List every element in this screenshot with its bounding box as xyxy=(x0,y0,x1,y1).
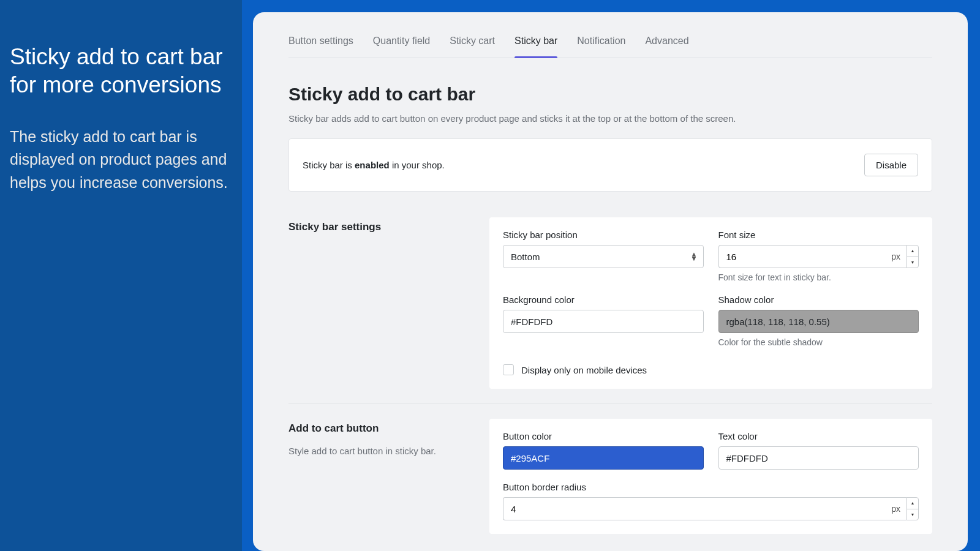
field-mobile-only: Display only on mobile devices xyxy=(503,364,919,375)
tab-notification[interactable]: Notification xyxy=(577,29,625,58)
mobile-only-label: Display only on mobile devices xyxy=(521,365,647,375)
field-position: Sticky bar position ▲▼ xyxy=(503,230,704,282)
stepper-up-icon[interactable]: ▲ xyxy=(907,246,918,257)
textcolor-label: Text color xyxy=(718,431,919,441)
shadow-help: Color for the subtle shadow xyxy=(718,337,919,347)
bg-color-input[interactable] xyxy=(503,310,704,333)
status-state: enabled xyxy=(355,160,390,170)
field-font-size: Font size px ▲ ▼ Font size for text in s… xyxy=(718,230,919,282)
disable-button[interactable]: Disable xyxy=(864,154,918,176)
stepper-down-icon[interactable]: ▼ xyxy=(907,257,918,268)
section-sticky-bar-settings: Sticky bar settings Sticky bar position … xyxy=(288,217,932,404)
mobile-only-checkbox[interactable] xyxy=(503,364,514,375)
section-left: Sticky bar settings xyxy=(288,217,470,389)
marketing-sidebar: Sticky add to cart bar for more conversi… xyxy=(0,0,242,551)
tab-button-settings[interactable]: Button settings xyxy=(288,29,353,58)
section-heading: Add to cart button xyxy=(288,422,470,435)
tab-quantity-field[interactable]: Quantity field xyxy=(373,29,430,58)
stepper-down-icon[interactable]: ▼ xyxy=(907,509,918,520)
text-color-input[interactable] xyxy=(718,446,919,470)
section-sub: Style add to cart button in sticky bar. xyxy=(288,446,470,456)
tab-advanced[interactable]: Advanced xyxy=(645,29,688,58)
section-add-to-cart-button: Add to cart button Style add to cart but… xyxy=(288,419,932,549)
field-background-color: Background color xyxy=(503,294,704,347)
button-color-value: #295ACF xyxy=(511,453,549,463)
radius-unit: px xyxy=(889,497,907,520)
shadow-color-value: rgba(118, 118, 118, 0.55) xyxy=(726,317,830,327)
section-left: Add to cart button Style add to cart but… xyxy=(288,419,470,534)
button-color-input[interactable]: #295ACF xyxy=(503,446,704,470)
shadow-label: Shadow color xyxy=(718,294,919,305)
fontsize-label: Font size xyxy=(718,230,919,240)
shadow-color-input[interactable]: rgba(118, 118, 118, 0.55) xyxy=(718,310,919,333)
page-description: Sticky bar adds add to cart button on ev… xyxy=(288,113,932,124)
field-shadow-color: Shadow color rgba(118, 118, 118, 0.55) C… xyxy=(718,294,919,347)
status-text: Sticky bar is enabled in your shop. xyxy=(303,160,445,170)
settings-panel: Button settings Quantity field Sticky ca… xyxy=(253,12,968,551)
status-suffix: in your shop. xyxy=(390,160,445,170)
main-area: Button settings Quantity field Sticky ca… xyxy=(242,0,980,551)
section-card: Button color #295ACF Text color Button b… xyxy=(489,419,932,534)
radius-label: Button border radius xyxy=(503,482,919,492)
page-title: Sticky add to cart bar xyxy=(288,84,932,105)
tab-sticky-bar[interactable]: Sticky bar xyxy=(514,29,557,58)
fontsize-help: Font size for text in sticky bar. xyxy=(718,272,919,282)
field-border-radius: Button border radius px ▲ ▼ xyxy=(503,482,919,520)
position-label: Sticky bar position xyxy=(503,230,704,240)
radius-input[interactable] xyxy=(503,497,889,520)
status-card: Sticky bar is enabled in your shop. Disa… xyxy=(288,138,932,192)
fontsize-unit: px xyxy=(889,245,907,268)
fontsize-input[interactable] xyxy=(718,245,889,268)
section-heading: Sticky bar settings xyxy=(288,221,470,233)
sidebar-description: The sticky add to cart bar is displayed … xyxy=(10,126,232,195)
tab-sticky-cart[interactable]: Sticky cart xyxy=(450,29,495,58)
bg-label: Background color xyxy=(503,294,704,305)
radius-stepper: ▲ ▼ xyxy=(907,497,919,520)
sidebar-title: Sticky add to cart bar for more conversi… xyxy=(10,43,232,100)
status-prefix: Sticky bar is xyxy=(303,160,355,170)
field-text-color: Text color xyxy=(718,431,919,470)
stepper-up-icon[interactable]: ▲ xyxy=(907,498,918,509)
btncolor-label: Button color xyxy=(503,431,704,441)
section-card: Sticky bar position ▲▼ Font size px ▲ xyxy=(489,217,932,389)
tab-bar: Button settings Quantity field Sticky ca… xyxy=(288,29,932,58)
fontsize-stepper: ▲ ▼ xyxy=(907,245,919,268)
field-button-color: Button color #295ACF xyxy=(503,431,704,470)
position-select[interactable] xyxy=(503,245,704,268)
